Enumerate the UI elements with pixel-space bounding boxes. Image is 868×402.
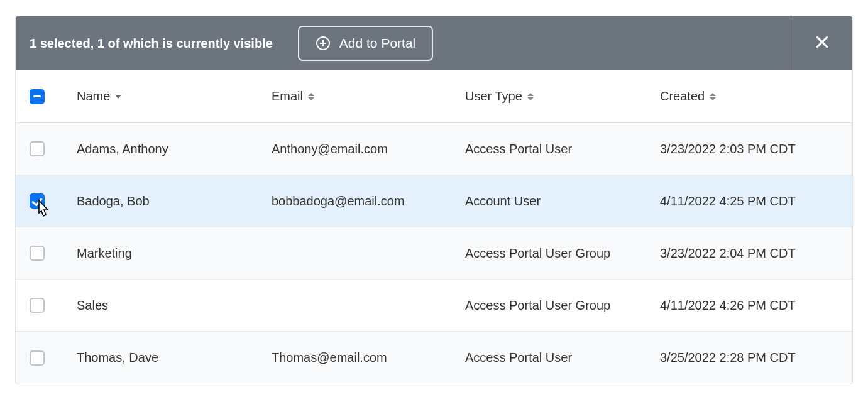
cell-created: 4/11/2022 4:26 PM CDT bbox=[660, 298, 852, 313]
add-to-portal-label: Add to Portal bbox=[339, 36, 415, 51]
cell-user-type: Access Portal User Group bbox=[465, 298, 660, 313]
row-checkbox[interactable] bbox=[30, 298, 45, 313]
cell-user-type: Access Portal User bbox=[465, 350, 660, 365]
cell-name: Thomas, Dave bbox=[77, 350, 272, 365]
row-checkbox[interactable] bbox=[30, 350, 45, 366]
user-management-panel: 1 selected, 1 of which is currently visi… bbox=[15, 16, 853, 384]
cell-user-type: Access Portal User Group bbox=[465, 246, 660, 261]
cell-email: Thomas@email.com bbox=[272, 350, 465, 365]
cell-created: 3/23/2022 2:03 PM CDT bbox=[660, 142, 852, 156]
table-header-row: Name Email User Type Created bbox=[16, 70, 852, 123]
column-header-name[interactable]: Name bbox=[77, 89, 272, 104]
cell-name: Adams, Anthony bbox=[77, 142, 272, 156]
row-checkbox[interactable] bbox=[30, 141, 45, 156]
column-header-email-label: Email bbox=[272, 89, 303, 104]
column-header-created[interactable]: Created bbox=[660, 89, 852, 104]
cell-name: Sales bbox=[77, 298, 272, 313]
sort-icon bbox=[710, 93, 716, 100]
column-header-name-label: Name bbox=[77, 89, 110, 104]
selection-action-bar: 1 selected, 1 of which is currently visi… bbox=[16, 16, 852, 70]
cell-user-type: Account User bbox=[465, 194, 660, 209]
selection-status-text: 1 selected, 1 of which is currently visi… bbox=[30, 36, 273, 51]
cell-email: bobbadoga@email.com bbox=[272, 194, 465, 209]
table-row[interactable]: Adams, Anthony Anthony@email.com Access … bbox=[16, 123, 852, 175]
row-checkbox[interactable] bbox=[30, 246, 45, 261]
sort-descending-icon bbox=[115, 95, 121, 99]
add-to-portal-button[interactable]: Add to Portal bbox=[298, 26, 433, 61]
column-header-user-type[interactable]: User Type bbox=[465, 89, 660, 104]
cell-created: 3/25/2022 2:28 PM CDT bbox=[660, 350, 852, 365]
cell-created: 3/23/2022 2:04 PM CDT bbox=[660, 246, 852, 261]
cell-user-type: Access Portal User bbox=[465, 142, 660, 156]
column-header-created-label: Created bbox=[660, 89, 705, 104]
table-row[interactable]: Badoga, Bob bobbadoga@email.com Account … bbox=[16, 175, 852, 227]
cell-name: Badoga, Bob bbox=[77, 194, 272, 209]
table-row[interactable]: Sales Access Portal User Group 4/11/2022… bbox=[16, 280, 852, 332]
cell-created: 4/11/2022 4:25 PM CDT bbox=[660, 194, 852, 209]
sort-icon bbox=[527, 93, 534, 100]
plus-circle-icon bbox=[316, 36, 331, 51]
column-header-email[interactable]: Email bbox=[272, 89, 465, 104]
sort-icon bbox=[308, 93, 314, 100]
table-row[interactable]: Marketing Access Portal User Group 3/23/… bbox=[16, 227, 852, 280]
row-checkbox[interactable] bbox=[30, 193, 45, 209]
column-header-user-type-label: User Type bbox=[465, 89, 522, 104]
cell-name: Marketing bbox=[77, 246, 272, 261]
close-selection-bar-button[interactable] bbox=[791, 16, 852, 70]
table-row[interactable]: Thomas, Dave Thomas@email.com Access Por… bbox=[16, 332, 852, 384]
select-all-checkbox[interactable] bbox=[30, 89, 45, 104]
cell-email: Anthony@email.com bbox=[272, 142, 465, 156]
close-icon bbox=[814, 34, 830, 53]
